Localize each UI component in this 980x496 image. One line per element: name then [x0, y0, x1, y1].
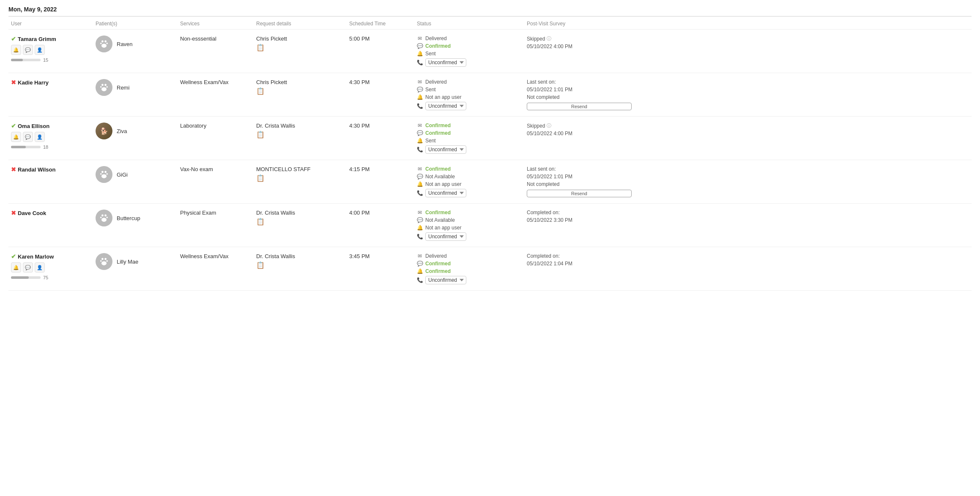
chat-icon: 💬 — [417, 261, 423, 267]
patient-cell: Buttercup — [93, 210, 178, 226]
email-status-confirmed: Confirmed — [425, 166, 451, 172]
notes-icon: 📋 — [256, 131, 344, 139]
user-actions: 🔔 💬 👤 — [11, 132, 90, 142]
bell-icon: 🔔 — [417, 94, 423, 100]
request-cell: Dr. Crista Wallis 📋 — [254, 123, 347, 139]
phone-icon: 📞 — [417, 277, 423, 283]
skipped-date: 05/10/2022 4:00 PM — [527, 44, 632, 49]
appointments-table: User Patient(s) Services Request details… — [0, 16, 980, 291]
info-icon: ⓘ — [547, 123, 551, 129]
info-icon: ⓘ — [547, 35, 551, 42]
email-icon: ✉ — [417, 79, 423, 85]
patient-name: Lilly Mae — [117, 259, 138, 265]
bell-action-btn[interactable]: 🔔 — [11, 132, 21, 142]
svg-point-19 — [101, 218, 107, 222]
patient-name: GiGi — [117, 172, 128, 178]
phone-status-dropdown[interactable]: Unconfirmed Confirmed — [425, 102, 466, 110]
user-name: ✔ Karen Marlow — [11, 253, 90, 260]
last-sent-label: Last sent on: — [527, 166, 632, 172]
phone-status-row: 📞 Unconfirmed Confirmed — [417, 276, 522, 284]
phone-status-row: 📞 Unconfirmed Confirmed — [417, 189, 522, 197]
bell-action-btn[interactable]: 🔔 — [11, 45, 21, 55]
bell-status: Not an app user — [425, 225, 461, 231]
email-status-row: ✉ Confirmed — [417, 166, 522, 172]
time-cell: 3:45 PM — [347, 253, 414, 259]
phone-status-dropdown[interactable]: Unconfirmed Confirmed — [425, 189, 466, 197]
patient-avatar: 🐕 — [96, 123, 112, 139]
notes-icon: 📋 — [256, 87, 344, 95]
user-cell: ✔ Tamara Grimm 🔔 💬 👤 15 — [8, 35, 93, 63]
phone-status-dropdown[interactable]: Unconfirmed Confirmed — [425, 276, 466, 284]
table-row: ✔ Oma Ellison 🔔 💬 👤 18 🐕 Ziva Laboratory… — [8, 117, 972, 160]
chat-action-btn[interactable]: 💬 — [23, 45, 33, 55]
svg-point-0 — [101, 41, 104, 43]
phone-status-dropdown[interactable]: Unconfirmed Confirmed — [425, 145, 466, 154]
status-cell: ✉ Delivered 💬 Confirmed 🔔 Confirmed 📞 Un… — [414, 253, 524, 284]
col-status: Status — [414, 21, 524, 27]
user-name: ✖ Dave Cook — [11, 210, 90, 216]
chat-status: Sent — [425, 87, 436, 93]
patient-cell: Lilly Mae — [93, 253, 178, 270]
completed-label: Completed on: — [527, 210, 632, 215]
patient-name: Buttercup — [117, 215, 140, 221]
patient-cell: 🐕 Ziva — [93, 123, 178, 139]
email-icon: ✉ — [417, 166, 423, 172]
svg-point-5 — [101, 84, 104, 86]
patient-name: Raven — [117, 41, 133, 47]
user-name: ✖ Randal Wilson — [11, 166, 90, 173]
email-icon: ✉ — [417, 253, 423, 259]
request-cell: MONTICELLO STAFF 📋 — [254, 166, 347, 182]
bell-icon: 🔔 — [417, 181, 423, 187]
service-cell: Non-esssential — [178, 35, 254, 42]
chat-action-btn[interactable]: 💬 — [23, 262, 33, 273]
resend-button[interactable]: Resend — [527, 103, 632, 110]
notes-icon: 📋 — [256, 174, 344, 182]
bell-icon: 🔔 — [417, 51, 423, 57]
contact-action-btn[interactable]: 👤 — [35, 262, 45, 273]
user-badge-red: ✖ — [11, 166, 16, 173]
service-name: Non-esssential — [180, 35, 216, 42]
service-name: Vax-No exam — [180, 166, 213, 172]
request-name: Chris Pickett — [256, 35, 344, 42]
page-date: Mon, May 9, 2022 — [8, 6, 57, 13]
chat-status-row: 💬 Confirmed — [417, 130, 522, 136]
completed-date: 05/10/2022 3:30 PM — [527, 217, 632, 223]
user-cell: ✔ Karen Marlow 🔔 💬 👤 75 — [8, 253, 93, 280]
chat-status: Not Available — [425, 174, 455, 180]
progress-num: 15 — [43, 57, 48, 63]
time-cell: 4:15 PM — [347, 166, 414, 172]
contact-action-btn[interactable]: 👤 — [35, 132, 45, 142]
contact-action-btn[interactable]: 👤 — [35, 45, 45, 55]
bell-status: Sent — [425, 138, 436, 144]
bell-status: Not an app user — [425, 94, 461, 100]
chat-icon: 💬 — [417, 130, 423, 136]
email-status-row: ✉ Confirmed — [417, 123, 522, 128]
col-request: Request details — [254, 21, 347, 27]
svg-point-9 — [101, 87, 107, 91]
phone-icon: 📞 — [417, 147, 423, 153]
patient-name: Remi — [117, 84, 129, 91]
progress-bar — [11, 146, 41, 148]
chat-status-row: 💬 Not Available — [417, 217, 522, 223]
svg-point-18 — [106, 217, 108, 218]
resend-button[interactable]: Resend — [527, 190, 632, 197]
chat-icon: 💬 — [417, 174, 423, 180]
email-status-row: ✉ Delivered — [417, 253, 522, 259]
status-cell: ✉ Confirmed 💬 Not Available 🔔 Not an app… — [414, 210, 524, 241]
user-cell: ✖ Dave Cook — [8, 210, 93, 219]
phone-status-dropdown[interactable]: Unconfirmed Confirmed — [425, 58, 466, 67]
user-badge-green: ✔ — [11, 253, 16, 260]
svg-point-12 — [100, 173, 102, 175]
request-name: Chris Pickett — [256, 79, 344, 85]
phone-status-row: 📞 Unconfirmed Confirmed — [417, 102, 522, 110]
bell-action-btn[interactable]: 🔔 — [11, 262, 21, 273]
status-cell: ✉ Delivered 💬 Confirmed 🔔 Sent 📞 Unconfi… — [414, 35, 524, 67]
skipped-label: Skipped ⓘ — [527, 123, 632, 129]
email-status-row: ✉ Delivered — [417, 35, 522, 41]
service-cell: Vax-No exam — [178, 166, 254, 172]
request-name: Dr. Crista Wallis — [256, 123, 344, 129]
phone-icon: 📞 — [417, 103, 423, 109]
service-name: Physical Exam — [180, 210, 216, 216]
phone-status-dropdown[interactable]: Unconfirmed Confirmed — [425, 232, 466, 241]
chat-action-btn[interactable]: 💬 — [23, 132, 33, 142]
